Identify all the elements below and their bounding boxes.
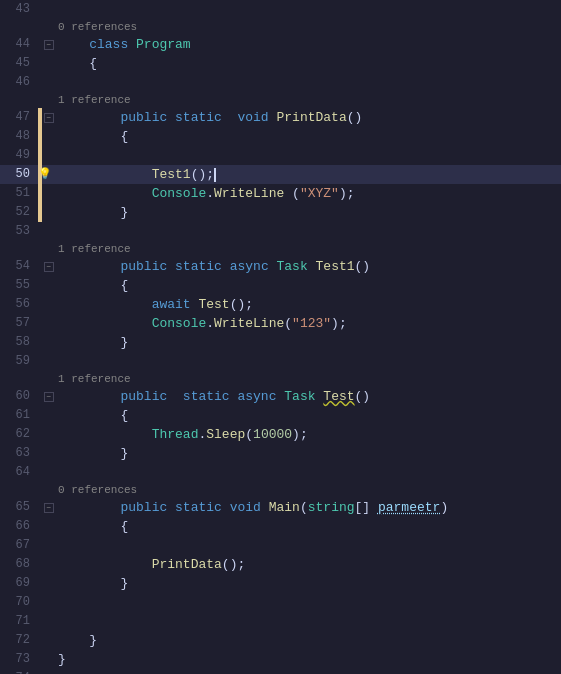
token-method: PrintData [152,557,222,572]
token-type: Console [152,186,207,201]
token-method: WriteLine [214,186,284,201]
line-number: 64 [0,463,38,482]
code-content: } [56,574,561,593]
line-number: 69 [0,574,38,593]
line-number: 57 [0,314,38,333]
fold-col [42,574,56,593]
fold-col [42,612,56,631]
code-content [56,146,561,165]
fold-col [42,650,56,669]
token-kw: static [175,110,222,125]
line-number: 63 [0,444,38,463]
line-number: 72 [0,631,38,650]
token-kw: void [230,500,261,515]
code-content: 💡 Test1(); [56,165,561,184]
fold-button[interactable]: − [44,40,54,50]
line-number: 51 [0,184,38,203]
token-kw: public [120,500,167,515]
fold-col: − [42,35,56,54]
ref-label: 1 reference [56,371,561,387]
token-method: Test [323,389,354,404]
token-param: parmeetr [378,500,440,515]
code-row: 46 [0,73,561,92]
token-plain: } [58,576,128,591]
token-plain: { [58,129,128,144]
token-plain: } [58,446,128,461]
token-plain: } [58,633,97,648]
token-plain: (); [222,557,245,572]
token-plain: ( [245,427,253,442]
token-plain: } [58,335,128,350]
ref-label-row: 0 references [0,19,561,35]
ref-label-row: 1 reference [0,371,561,387]
line-number: 71 [0,612,38,631]
code-content: } [56,631,561,650]
code-content: PrintData(); [56,555,561,574]
token-string: "123" [292,316,331,331]
fold-button[interactable]: − [44,503,54,513]
code-content: { [56,517,561,536]
code-row: 45 { [0,54,561,73]
token-method: Test [198,297,229,312]
line-number: 48 [0,127,38,146]
token-plain: { [58,278,128,293]
line-number: 43 [0,0,38,19]
ref-label: 0 references [56,482,561,498]
token-kw: void [237,110,268,125]
token-type: Program [136,37,191,52]
code-row: 50💡 Test1(); [0,165,561,184]
token-plain [261,500,269,515]
fold-col [42,631,56,650]
token-plain [167,110,175,125]
fold-button[interactable]: − [44,392,54,402]
token-plain: ( [300,500,308,515]
code-content [56,612,561,631]
token-plain [58,316,152,331]
lightbulb-icon[interactable]: 💡 [38,165,52,184]
line-number: 53 [0,222,38,241]
token-plain [308,259,316,274]
code-content [56,0,561,19]
token-plain [58,389,120,404]
fold-button[interactable]: − [44,113,54,123]
code-row: 65− public static void Main(string[] par… [0,498,561,517]
code-content: Thread.Sleep(10000); [56,425,561,444]
token-plain [58,110,120,125]
token-plain [128,37,136,52]
code-row: 52 } [0,203,561,222]
code-row: 47− public static void PrintData() [0,108,561,127]
fold-col [42,425,56,444]
line-number: 45 [0,54,38,73]
token-plain [58,259,120,274]
line-number: 47 [0,108,38,127]
token-kw: async [230,259,269,274]
code-content [56,463,561,482]
token-plain: ); [339,186,355,201]
fold-col [42,536,56,555]
fold-col [42,222,56,241]
fold-col [42,127,56,146]
token-kw: public [120,110,167,125]
token-plain [58,500,120,515]
line-number: 56 [0,295,38,314]
code-row: 44− class Program [0,35,561,54]
token-plain: { [58,519,128,534]
token-method: Test1 [152,167,191,182]
fold-button[interactable]: − [44,262,54,272]
fold-col [42,352,56,371]
token-plain: . [206,316,214,331]
token-type: Thread [152,427,199,442]
line-number: 67 [0,536,38,555]
code-content: } [56,333,561,352]
token-type: string [308,500,355,515]
code-row: 49 [0,146,561,165]
token-plain: (); [230,297,253,312]
code-content: { [56,54,561,73]
text-cursor [214,168,216,182]
ref-label: 1 reference [56,92,561,108]
token-kw: public [120,259,167,274]
token-number: 10000 [253,427,292,442]
code-content [56,222,561,241]
fold-col: − [42,108,56,127]
line-number: 66 [0,517,38,536]
